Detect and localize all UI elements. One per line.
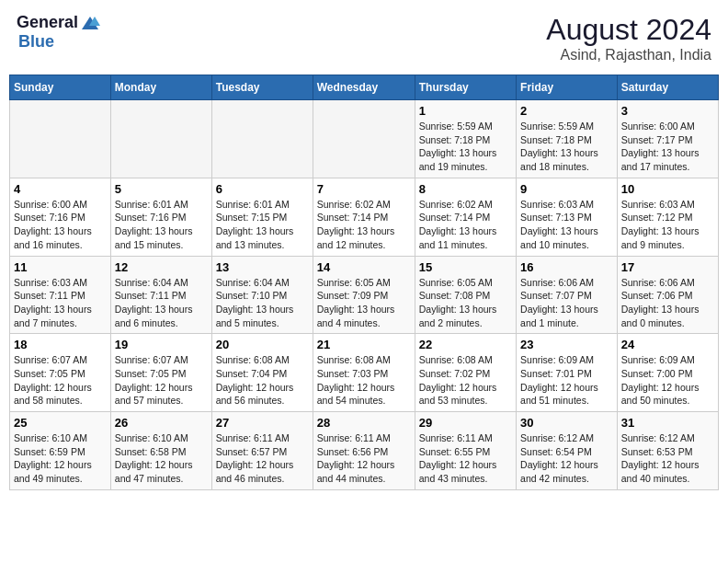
- calendar-week-row: 1Sunrise: 5:59 AM Sunset: 7:18 PM Daylig…: [10, 100, 719, 178]
- calendar-cell: 16Sunrise: 6:06 AM Sunset: 7:07 PM Dayli…: [517, 256, 618, 334]
- calendar-cell: 25Sunrise: 6:10 AM Sunset: 6:59 PM Dayli…: [10, 412, 111, 490]
- day-number: 31: [621, 416, 714, 430]
- day-info: Sunrise: 6:01 AM Sunset: 7:15 PM Dayligh…: [216, 198, 309, 252]
- calendar-cell: 17Sunrise: 6:06 AM Sunset: 7:06 PM Dayli…: [617, 256, 718, 334]
- calendar-cell: 31Sunrise: 6:12 AM Sunset: 6:53 PM Dayli…: [617, 412, 718, 490]
- day-number: 26: [115, 416, 208, 430]
- logo: General Blue: [17, 13, 100, 52]
- day-number: 24: [621, 338, 714, 351]
- day-info: Sunrise: 6:10 AM Sunset: 6:58 PM Dayligh…: [115, 431, 208, 486]
- calendar-cell: 18Sunrise: 6:07 AM Sunset: 7:05 PM Dayli…: [10, 334, 111, 412]
- calendar-cell: 14Sunrise: 6:05 AM Sunset: 7:09 PM Dayli…: [313, 256, 415, 334]
- day-info: Sunrise: 6:02 AM Sunset: 7:14 PM Dayligh…: [419, 198, 512, 252]
- day-number: 19: [115, 338, 208, 351]
- day-info: Sunrise: 6:12 AM Sunset: 6:54 PM Dayligh…: [520, 431, 613, 486]
- day-info: Sunrise: 6:11 AM Sunset: 6:57 PM Dayligh…: [216, 431, 309, 486]
- day-number: 23: [520, 338, 613, 351]
- calendar-cell: 12Sunrise: 6:04 AM Sunset: 7:11 PM Dayli…: [110, 256, 211, 334]
- calendar-week-row: 25Sunrise: 6:10 AM Sunset: 6:59 PM Dayli…: [10, 412, 719, 490]
- day-info: Sunrise: 6:12 AM Sunset: 6:53 PM Dayligh…: [621, 431, 714, 486]
- calendar-cell: [10, 100, 111, 178]
- weekday-header: Monday: [110, 75, 211, 100]
- calendar-cell: 23Sunrise: 6:09 AM Sunset: 7:01 PM Dayli…: [517, 334, 618, 412]
- calendar-cell: 13Sunrise: 6:04 AM Sunset: 7:10 PM Dayli…: [211, 256, 313, 334]
- calendar-cell: 29Sunrise: 6:11 AM Sunset: 6:55 PM Dayli…: [415, 412, 516, 490]
- day-info: Sunrise: 6:04 AM Sunset: 7:10 PM Dayligh…: [216, 276, 309, 330]
- day-number: 8: [419, 182, 512, 196]
- day-number: 12: [115, 260, 208, 274]
- day-number: 10: [621, 182, 714, 196]
- day-info: Sunrise: 6:11 AM Sunset: 6:55 PM Dayligh…: [419, 431, 512, 486]
- day-number: 21: [317, 338, 411, 351]
- calendar-cell: 3Sunrise: 6:00 AM Sunset: 7:17 PM Daylig…: [617, 100, 718, 178]
- day-info: Sunrise: 6:00 AM Sunset: 7:16 PM Dayligh…: [14, 198, 107, 252]
- day-info: Sunrise: 6:09 AM Sunset: 7:00 PM Dayligh…: [621, 353, 714, 408]
- day-number: 4: [14, 182, 107, 196]
- day-number: 7: [317, 182, 411, 196]
- day-number: 13: [216, 260, 309, 274]
- day-info: Sunrise: 6:01 AM Sunset: 7:16 PM Dayligh…: [115, 198, 208, 252]
- calendar-week-row: 11Sunrise: 6:03 AM Sunset: 7:11 PM Dayli…: [10, 256, 719, 334]
- calendar-cell: 27Sunrise: 6:11 AM Sunset: 6:57 PM Dayli…: [211, 412, 313, 490]
- day-info: Sunrise: 6:03 AM Sunset: 7:13 PM Dayligh…: [520, 198, 613, 252]
- calendar-cell: 10Sunrise: 6:03 AM Sunset: 7:12 PM Dayli…: [617, 178, 718, 256]
- day-info: Sunrise: 6:07 AM Sunset: 7:05 PM Dayligh…: [14, 353, 107, 408]
- day-info: Sunrise: 6:11 AM Sunset: 6:56 PM Dayligh…: [317, 431, 411, 486]
- calendar-cell: 15Sunrise: 6:05 AM Sunset: 7:08 PM Dayli…: [415, 256, 516, 334]
- page-title: August 2024: [546, 13, 711, 47]
- day-number: 30: [520, 416, 613, 430]
- calendar-week-row: 4Sunrise: 6:00 AM Sunset: 7:16 PM Daylig…: [10, 178, 719, 256]
- day-number: 5: [115, 182, 208, 196]
- calendar-week-row: 18Sunrise: 6:07 AM Sunset: 7:05 PM Dayli…: [10, 334, 719, 412]
- day-info: Sunrise: 6:03 AM Sunset: 7:11 PM Dayligh…: [14, 276, 107, 330]
- day-info: Sunrise: 6:06 AM Sunset: 7:06 PM Dayligh…: [621, 276, 714, 330]
- day-number: 11: [14, 260, 107, 274]
- day-info: Sunrise: 6:09 AM Sunset: 7:01 PM Dayligh…: [520, 353, 613, 408]
- calendar-cell: [211, 100, 313, 178]
- day-number: 29: [419, 416, 512, 430]
- logo-icon: [80, 15, 100, 31]
- calendar-cell: 19Sunrise: 6:07 AM Sunset: 7:05 PM Dayli…: [110, 334, 211, 412]
- day-info: Sunrise: 6:03 AM Sunset: 7:12 PM Dayligh…: [621, 198, 714, 252]
- day-number: 28: [317, 416, 411, 430]
- weekday-header: Thursday: [415, 75, 516, 100]
- calendar-cell: 20Sunrise: 6:08 AM Sunset: 7:04 PM Dayli…: [211, 334, 313, 412]
- weekday-header: Tuesday: [211, 75, 313, 100]
- calendar-cell: 30Sunrise: 6:12 AM Sunset: 6:54 PM Dayli…: [517, 412, 618, 490]
- calendar-table: SundayMondayTuesdayWednesdayThursdayFrid…: [9, 75, 719, 490]
- day-info: Sunrise: 6:00 AM Sunset: 7:17 PM Dayligh…: [621, 120, 714, 174]
- day-number: 16: [520, 260, 613, 274]
- day-info: Sunrise: 6:04 AM Sunset: 7:11 PM Dayligh…: [115, 276, 208, 330]
- day-info: Sunrise: 6:10 AM Sunset: 6:59 PM Dayligh…: [14, 431, 107, 486]
- day-number: 6: [216, 182, 309, 196]
- calendar-cell: 26Sunrise: 6:10 AM Sunset: 6:58 PM Dayli…: [110, 412, 211, 490]
- day-number: 14: [317, 260, 411, 274]
- day-info: Sunrise: 6:08 AM Sunset: 7:04 PM Dayligh…: [216, 353, 309, 408]
- day-info: Sunrise: 6:05 AM Sunset: 7:09 PM Dayligh…: [317, 276, 411, 330]
- day-info: Sunrise: 6:06 AM Sunset: 7:07 PM Dayligh…: [520, 276, 613, 330]
- day-number: 18: [14, 338, 107, 351]
- day-info: Sunrise: 6:05 AM Sunset: 7:08 PM Dayligh…: [419, 276, 512, 330]
- calendar-cell: 6Sunrise: 6:01 AM Sunset: 7:15 PM Daylig…: [211, 178, 313, 256]
- day-info: Sunrise: 5:59 AM Sunset: 7:18 PM Dayligh…: [419, 120, 512, 174]
- day-number: 2: [520, 104, 613, 118]
- calendar-cell: 1Sunrise: 5:59 AM Sunset: 7:18 PM Daylig…: [415, 100, 516, 178]
- day-number: 3: [621, 104, 714, 118]
- day-info: Sunrise: 6:02 AM Sunset: 7:14 PM Dayligh…: [317, 198, 411, 252]
- calendar-cell: 9Sunrise: 6:03 AM Sunset: 7:13 PM Daylig…: [517, 178, 618, 256]
- day-number: 22: [419, 338, 512, 351]
- calendar-cell: 2Sunrise: 5:59 AM Sunset: 7:18 PM Daylig…: [517, 100, 618, 178]
- page-header: General Blue August 2024 Asind, Rajastha…: [9, 9, 719, 67]
- day-number: 15: [419, 260, 512, 274]
- day-number: 25: [14, 416, 107, 430]
- day-info: Sunrise: 6:08 AM Sunset: 7:03 PM Dayligh…: [317, 353, 411, 408]
- weekday-header: Wednesday: [313, 75, 415, 100]
- logo-general: General: [17, 13, 78, 32]
- calendar-cell: [313, 100, 415, 178]
- calendar-cell: 22Sunrise: 6:08 AM Sunset: 7:02 PM Dayli…: [415, 334, 516, 412]
- day-info: Sunrise: 5:59 AM Sunset: 7:18 PM Dayligh…: [520, 120, 613, 174]
- calendar-cell: 24Sunrise: 6:09 AM Sunset: 7:00 PM Dayli…: [617, 334, 718, 412]
- day-number: 20: [216, 338, 309, 351]
- day-number: 9: [520, 182, 613, 196]
- calendar-header-row: SundayMondayTuesdayWednesdayThursdayFrid…: [10, 75, 719, 100]
